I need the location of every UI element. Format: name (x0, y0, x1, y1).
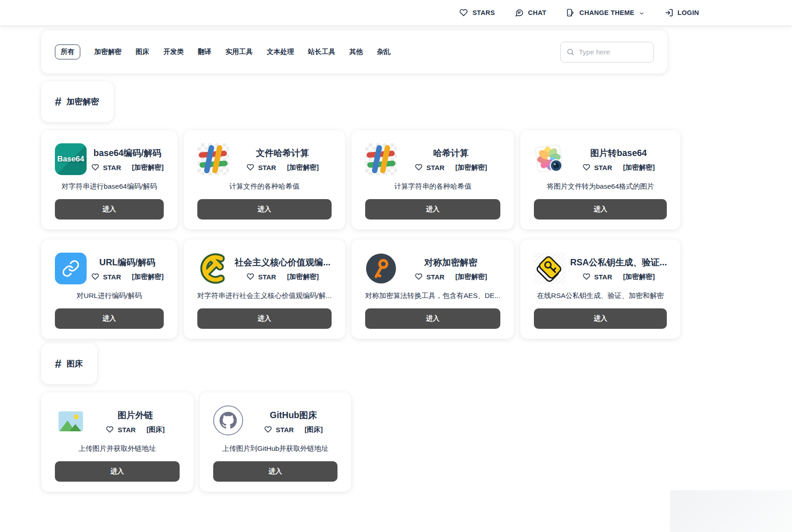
nav-items: STARS CHAT CHANGE THEME LOGIN (459, 8, 699, 17)
star-button[interactable]: STAR (264, 425, 294, 434)
card-header: 社会主义核心价值观编... STAR [加密解密] (197, 253, 332, 284)
tool-card: 图片转base64 STAR [加密解密] 将图片文件转为base64格式的图片… (520, 130, 680, 229)
chevron-down-icon (639, 10, 645, 16)
enter-button[interactable]: 进入 (55, 199, 164, 220)
enter-button[interactable]: 进入 (55, 308, 164, 329)
heart-icon (91, 163, 99, 171)
filter-tab-5[interactable]: 实用工具 (225, 45, 253, 59)
category-tag[interactable]: [加密解密] (287, 163, 319, 172)
login-icon (665, 8, 674, 17)
tool-card: 图片外链 STAR [图床] 上传图片并获取外链地址 进入 (41, 392, 193, 492)
category-tag[interactable]: [加密解密] (623, 163, 655, 172)
card-header: 文件哈希计算 STAR [加密解密] (197, 143, 332, 175)
tool-card: URL编码/解码 STAR [加密解密] 对URL进行编码/解码 进入 (41, 239, 177, 339)
tool-title[interactable]: 社会主义核心价值观编... (235, 256, 330, 268)
enter-button[interactable]: 进入 (534, 308, 667, 329)
tagkey-logo-icon (534, 253, 566, 284)
nav-item-label: STARS (472, 9, 495, 16)
filter-tab-0[interactable]: 所有 (55, 44, 80, 59)
search-icon (567, 48, 574, 56)
filter-tab-2[interactable]: 图床 (136, 45, 149, 59)
star-button[interactable]: STAR (415, 273, 445, 281)
tool-card: RSA公私钥生成、验证... STAR [加密解密] 在线RSA公私钥生成、验证… (520, 239, 680, 339)
star-button[interactable]: STAR (91, 163, 121, 171)
star-label: STAR (258, 164, 276, 171)
enter-button[interactable]: 进入 (534, 199, 667, 220)
category-tag[interactable]: [加密解密] (455, 273, 487, 281)
hash-logo-icon (197, 143, 229, 175)
star-button[interactable]: STAR (106, 425, 136, 434)
chat-button[interactable]: CHAT (515, 8, 546, 17)
tool-card: 社会主义核心价值观编... STAR [加密解密] 对字符串进行社会主义核心价值… (184, 239, 345, 339)
category-tag[interactable]: [加密解密] (623, 273, 655, 281)
stars-button[interactable]: STARS (459, 8, 495, 17)
tool-title[interactable]: 图片外链 (117, 409, 153, 421)
star-label: STAR (258, 273, 276, 281)
category-tag[interactable]: [加密解密] (287, 273, 319, 281)
star-button[interactable]: STAR (246, 273, 276, 281)
star-label: STAR (103, 273, 121, 281)
tool-description: 在线RSA公私钥生成、验证、加密和解密 (534, 291, 667, 301)
tool-card: 哈希计算 STAR [加密解密] 计算字符串的各种哈希值 进入 (352, 130, 514, 229)
filter-tab-9[interactable]: 杂乱 (377, 45, 391, 59)
tool-title[interactable]: 文件哈希计算 (256, 147, 309, 159)
key-logo-icon (365, 253, 397, 284)
tool-title[interactable]: 哈希计算 (433, 147, 469, 159)
tool-description: 对字符串进行base64编码/解码 (55, 182, 164, 191)
search-input[interactable] (578, 48, 647, 57)
tool-title[interactable]: 图片转base64 (590, 147, 647, 159)
enter-button[interactable]: 进入 (213, 461, 338, 482)
category-tag[interactable]: [图床] (147, 425, 165, 434)
tool-title[interactable]: RSA公私钥生成、验证... (570, 256, 667, 268)
tool-title[interactable]: base64编码/解码 (93, 147, 161, 159)
enter-button[interactable]: 进入 (55, 461, 180, 482)
filter-tab-3[interactable]: 开发类 (163, 45, 184, 59)
tool-description: 将图片文件转为base64格式的图片 (534, 182, 667, 191)
card-header: 图片外链 STAR [图床] (55, 405, 180, 437)
change-theme-button[interactable]: CHANGE THEME (566, 8, 644, 17)
tool-title[interactable]: URL编码/解码 (99, 256, 156, 268)
nav-item-label: CHAT (528, 9, 546, 16)
heart-icon (246, 163, 254, 171)
party-logo-icon (197, 253, 229, 284)
star-button[interactable]: STAR (91, 273, 121, 281)
filter-tab-1[interactable]: 加密解密 (94, 45, 122, 59)
section-heading-label: 图床 (66, 358, 83, 369)
enter-button[interactable]: 进入 (197, 308, 332, 329)
login-button[interactable]: LOGIN (665, 8, 699, 17)
heart-icon (582, 163, 591, 171)
tool-card: 对称加密解密 STAR [加密解密] 对称加密算法转换工具，包含有AES、DE.… (352, 239, 514, 339)
star-label: STAR (594, 164, 612, 171)
card-header: 图片转base64 STAR [加密解密] (534, 143, 667, 175)
star-button[interactable]: STAR (582, 163, 612, 171)
tool-title[interactable]: GitHub图床 (270, 409, 317, 421)
star-label: STAR (426, 164, 445, 171)
star-label: STAR (594, 273, 612, 281)
filter-tab-7[interactable]: 站长工具 (308, 45, 335, 59)
category-tag[interactable]: [加密解密] (455, 163, 487, 172)
category-tag[interactable]: [图床] (305, 425, 323, 434)
nav-item-label: LOGIN (678, 9, 699, 16)
theme-icon (566, 8, 575, 17)
tool-title[interactable]: 对称加密解密 (424, 256, 477, 268)
filter-tab-6[interactable]: 文本处理 (267, 45, 294, 59)
enter-button[interactable]: 进入 (197, 199, 332, 220)
section: # 图床 图片外链 STAR [图床] 上传图片并获取外链地址 进入 (41, 339, 667, 492)
base64-logo-icon: Base64 (55, 143, 87, 175)
category-tag[interactable]: [加密解密] (132, 273, 164, 281)
star-button[interactable]: STAR (415, 163, 445, 171)
category-tag[interactable]: [加密解密] (132, 163, 164, 172)
filter-tab-4[interactable]: 翻译 (198, 45, 211, 59)
enter-button[interactable]: 进入 (365, 308, 500, 329)
heart-icon (264, 425, 272, 434)
heart-icon (582, 273, 591, 281)
star-button[interactable]: STAR (582, 273, 612, 281)
section-heading-0: # 加密解密 (41, 81, 113, 122)
base64-wordmark: Base64 (57, 155, 84, 164)
github-logo-icon (213, 405, 245, 437)
star-button[interactable]: STAR (246, 163, 276, 171)
card-header: RSA公私钥生成、验证... STAR [加密解密] (534, 253, 667, 284)
section-heading-1: # 图床 (41, 343, 97, 384)
enter-button[interactable]: 进入 (365, 199, 500, 220)
filter-tab-8[interactable]: 其他 (349, 45, 363, 59)
